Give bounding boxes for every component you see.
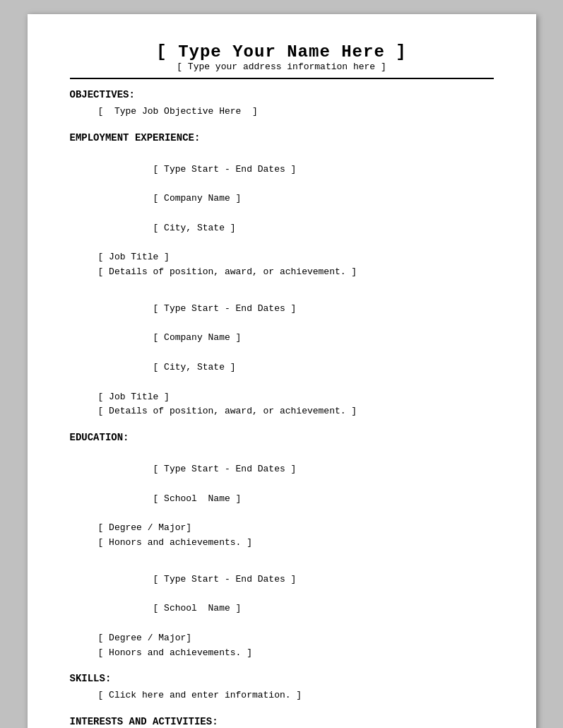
- emp1-spacer1: [153, 178, 186, 189]
- employment-2-line1[interactable]: [ Type Start - End Dates ] [ Company Nam…: [98, 287, 494, 390]
- objectives-title: OBJECTIVES:: [70, 89, 494, 100]
- emp2-company[interactable]: [ Company Name ]: [153, 332, 242, 343]
- emp1-company[interactable]: [ Company Name ]: [153, 193, 242, 204]
- objectives-indent: [ Type Job Objective Here ]: [70, 105, 494, 119]
- header-divider: [70, 78, 494, 79]
- employment-entry-1: [ Type Start - End Dates ] [ Company Nam…: [98, 148, 494, 280]
- employment-indent: [ Type Start - End Dates ] [ Company Nam…: [70, 148, 494, 419]
- employment-2-line3[interactable]: [ Details of position, award, or achieve…: [98, 404, 494, 419]
- employment-section: EMPLOYMENT EXPERIENCE: [ Type Start - En…: [70, 132, 494, 419]
- education-entry-2: [ Type Start - End Dates ] [ School Name…: [98, 558, 494, 661]
- employment-1-line3[interactable]: [ Details of position, award, or achieve…: [98, 265, 494, 280]
- emp2-dates[interactable]: [ Type Start - End Dates ]: [153, 303, 297, 314]
- edu2-dates[interactable]: [ Type Start - End Dates ]: [153, 574, 297, 585]
- skills-title: SKILLS:: [70, 673, 494, 684]
- header: [ Type Your Name Here ] [ Type your addr…: [70, 42, 494, 72]
- edu1-spacer: [153, 479, 186, 489]
- education-2-line2[interactable]: [ Degree / Major]: [98, 631, 494, 646]
- resume-page: [ Type Your Name Here ] [ Type your addr…: [28, 14, 536, 728]
- employment-2-line2[interactable]: [ Job Title ]: [98, 390, 494, 405]
- employment-entry-2: [ Type Start - End Dates ] [ Company Nam…: [98, 287, 494, 419]
- emp1-city[interactable]: [ City, State ]: [153, 223, 236, 233]
- emp2-spacer1: [153, 318, 186, 329]
- education-indent: [ Type Start - End Dates ] [ School Name…: [70, 447, 494, 660]
- emp1-dates[interactable]: [ Type Start - End Dates ]: [153, 164, 297, 175]
- employment-1-line1[interactable]: [ Type Start - End Dates ] [ Company Nam…: [98, 148, 494, 251]
- emp2-city[interactable]: [ City, State ]: [153, 362, 236, 372]
- edu1-school[interactable]: [ School Name ]: [153, 493, 242, 504]
- name-field[interactable]: [ Type Your Name Here ]: [70, 42, 494, 61]
- education-2-line3[interactable]: [ Honors and achievements. ]: [98, 646, 494, 661]
- skills-content[interactable]: [ Click here and enter information. ]: [98, 688, 494, 703]
- employment-1-line2[interactable]: [ Job Title ]: [98, 250, 494, 265]
- education-2-line1[interactable]: [ Type Start - End Dates ] [ School Name…: [98, 558, 494, 631]
- emp2-spacer2: [153, 347, 186, 358]
- education-title: EDUCATION:: [70, 432, 494, 443]
- education-1-line3[interactable]: [ Honors and achievements. ]: [98, 536, 494, 551]
- education-1-line2[interactable]: [ Degree / Major]: [98, 521, 494, 536]
- objectives-content[interactable]: [ Type Job Objective Here ]: [98, 105, 494, 119]
- interests-section: INTERESTS AND ACTIVITIES: [ Click here a…: [70, 716, 494, 728]
- education-section: EDUCATION: [ Type Start - End Dates ] [ …: [70, 432, 494, 660]
- objectives-section: OBJECTIVES: [ Type Job Objective Here ]: [70, 89, 494, 119]
- skills-section: SKILLS: [ Click here and enter informati…: [70, 673, 494, 703]
- edu2-spacer: [153, 588, 186, 599]
- address-field[interactable]: [ Type your address information here ]: [70, 61, 494, 72]
- edu1-dates[interactable]: [ Type Start - End Dates ]: [153, 464, 297, 474]
- interests-title: INTERESTS AND ACTIVITIES:: [70, 716, 494, 727]
- skills-indent: [ Click here and enter information. ]: [70, 688, 494, 703]
- education-entry-1: [ Type Start - End Dates ] [ School Name…: [98, 447, 494, 551]
- emp1-spacer2: [153, 208, 186, 218]
- edu2-school[interactable]: [ School Name ]: [153, 603, 242, 613]
- employment-title: EMPLOYMENT EXPERIENCE:: [70, 132, 494, 143]
- education-1-line1[interactable]: [ Type Start - End Dates ] [ School Name…: [98, 447, 494, 521]
